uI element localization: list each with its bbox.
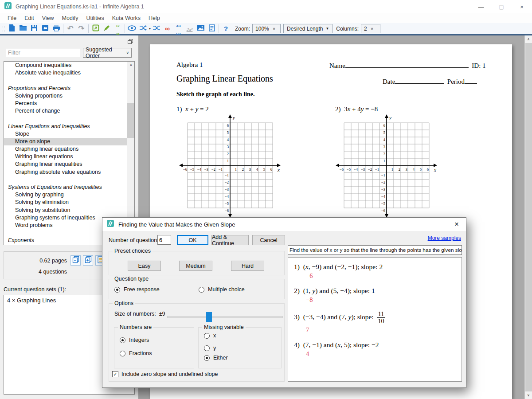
scrollbar-thumb[interactable]	[127, 103, 135, 138]
topic-item[interactable]: Solving by elimination	[4, 199, 134, 206]
answer-sheet-button[interactable]	[206, 23, 217, 34]
columns-select[interactable]: 2 ∨	[361, 24, 380, 33]
svg-text:−4: −4	[354, 167, 358, 172]
add-page-button[interactable]	[83, 255, 93, 266]
choices-letters-button[interactable]: ABCD	[173, 23, 184, 34]
topic-item[interactable]: Percents	[4, 100, 134, 107]
math-format-button[interactable]: 2x³	[184, 23, 195, 34]
topic-item[interactable]: Compound inequalities	[4, 62, 134, 69]
medium-button[interactable]: Medium	[179, 261, 212, 271]
new-file-button[interactable]	[6, 23, 17, 34]
open-folder-button[interactable]	[17, 23, 28, 34]
include-zero-slope-checkbox[interactable]: ✓ Include zero slope and undefined slope	[112, 371, 218, 377]
topic-item[interactable]: More on slope	[4, 138, 134, 145]
svg-text:−2: −2	[225, 180, 229, 184]
period-blank	[465, 77, 477, 84]
radio-question-type-multiple-choice[interactable]: Multiple choice	[199, 286, 245, 293]
svg-text:−6: −6	[225, 208, 229, 213]
menu-help[interactable]: Help	[145, 15, 164, 21]
zoom-select[interactable]: 100% ∨	[252, 24, 281, 33]
answer-sheet-icon	[209, 24, 215, 33]
svg-text:3: 3	[383, 145, 385, 149]
desired-length-button[interactable]: Desired Length ▼	[283, 24, 332, 33]
svg-text:−6: −6	[340, 167, 344, 172]
toolbar-separator	[125, 24, 125, 33]
topic-item[interactable]: Absolute value inequalities	[4, 69, 134, 77]
topic-item[interactable]: Graphing absolute value equations	[4, 168, 134, 176]
save-button[interactable]	[28, 23, 39, 34]
help-button[interactable]: ?	[220, 23, 231, 34]
topic-item[interactable]: Percent of change	[4, 107, 134, 115]
size-slider-track[interactable]	[167, 316, 283, 318]
hard-button[interactable]: Hard	[231, 261, 264, 271]
app-logo-icon	[4, 2, 12, 11]
print-button[interactable]	[51, 23, 62, 34]
svg-text:2: 2	[399, 167, 400, 172]
menu-utilities[interactable]: Utilities	[82, 15, 108, 21]
radio-question-type-free-response[interactable]: Free response	[114, 286, 160, 293]
cancel-button[interactable]: Cancel	[252, 235, 285, 245]
toolbar-drag-handle[interactable]	[2, 24, 5, 33]
filter-input[interactable]	[6, 48, 80, 57]
topic-item[interactable]: Solving proportions	[4, 92, 134, 100]
easy-button[interactable]: Easy	[128, 261, 161, 271]
close-icon[interactable]: ×	[512, 0, 532, 13]
topic-item[interactable]: Solving by graphing	[4, 191, 134, 199]
worksheet-instruction: Sketch the graph of each line.	[176, 91, 255, 98]
minimize-icon[interactable]: —	[471, 0, 491, 13]
topic-item[interactable]: Writing linear equations	[4, 153, 134, 160]
scramble-choices-button[interactable]	[151, 23, 162, 34]
svg-text:3: 3	[249, 167, 251, 172]
menu-modify[interactable]: Modify	[58, 15, 82, 21]
preview-eye-button[interactable]	[126, 23, 137, 34]
svg-text:6: 6	[227, 123, 229, 128]
radio-missing-variable-either[interactable]: Either	[204, 355, 228, 361]
topic-item[interactable]: Solving by substitution	[4, 207, 134, 214]
ok-button[interactable]: OK	[177, 235, 208, 245]
svg-text:−4: −4	[381, 194, 386, 199]
question-answer: −6	[306, 272, 462, 280]
menu-view[interactable]: View	[38, 15, 58, 21]
radio-numbers-are-integers[interactable]: Integers	[120, 337, 149, 343]
redo-icon: ↷	[78, 24, 84, 33]
menu-edit[interactable]: Edit	[20, 15, 38, 21]
merge-infinity-button[interactable]: ∞	[162, 23, 173, 34]
zoom-window-button[interactable]	[90, 23, 101, 34]
topic-header: Systems of Equations and Inequalities	[4, 184, 134, 191]
add-continue-button[interactable]: Add & Continue	[211, 235, 249, 245]
order-select[interactable]: Suggested Order ∨	[83, 48, 132, 58]
scramble-questions-button[interactable]	[137, 23, 149, 34]
name-blank	[345, 61, 469, 68]
scroll-up-icon[interactable]: ∧	[525, 35, 532, 43]
float-pane-icon[interactable]	[128, 38, 133, 46]
topic-item[interactable]: Graphing linear equations	[4, 145, 134, 153]
num-questions-input[interactable]	[157, 235, 171, 245]
renumber-button[interactable]: 1234	[112, 23, 123, 34]
size-slider-thumb[interactable]	[206, 312, 212, 322]
scrollbar-thumb[interactable]	[525, 43, 532, 391]
menu-kuta-works[interactable]: Kuta Works	[108, 15, 145, 21]
maximize-icon[interactable]: ▢	[491, 0, 512, 13]
send-to-kuta-button[interactable]	[39, 23, 51, 34]
radio-numbers-are-fractions[interactable]: Fractions	[120, 350, 152, 356]
chevron-down-icon: ∨	[273, 27, 276, 31]
undo-button[interactable]: ↶	[65, 23, 76, 34]
topic-item[interactable]: Slope	[4, 130, 134, 138]
edit-defaults-button[interactable]	[101, 23, 112, 34]
menu-file[interactable]: File	[4, 15, 20, 21]
topic-item[interactable]: Graphing linear inequalities	[4, 160, 134, 168]
zoom-window-icon	[92, 24, 99, 33]
dialog-close-icon[interactable]: ×	[452, 220, 462, 229]
document-scrollbar[interactable]: ∧ ∨	[524, 35, 532, 399]
remove-page-button[interactable]	[70, 255, 81, 266]
scroll-up-icon[interactable]: ∧	[127, 62, 135, 69]
redo-button[interactable]: ↷	[76, 23, 87, 34]
presentation-button[interactable]	[195, 23, 206, 34]
radio-missing-variable-y[interactable]: y	[204, 345, 216, 351]
zoom-label: Zoom:	[235, 26, 250, 32]
more-samples-link[interactable]: More samples	[428, 235, 461, 241]
worksheet-title: Graphing Linear Equations	[176, 74, 273, 84]
radio-missing-variable-x[interactable]: x	[204, 332, 216, 339]
help-icon: ?	[224, 25, 228, 33]
scroll-down-icon[interactable]: ∨	[525, 391, 532, 399]
